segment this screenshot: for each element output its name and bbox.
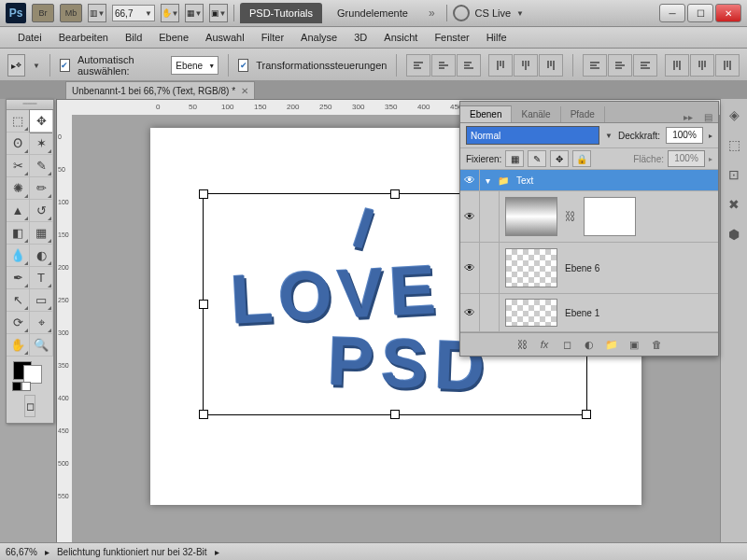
lock-all-button[interactable]: 🔒 [572, 150, 591, 167]
visibility-toggle[interactable]: 👁 [460, 294, 480, 331]
align-right-button[interactable] [539, 54, 563, 77]
dock-styles-icon[interactable]: ⊡ [724, 164, 744, 185]
lock-transparency-button[interactable]: ▦ [505, 150, 524, 167]
menu-ebene[interactable]: Ebene [150, 28, 197, 47]
dock-tools-icon[interactable]: ✖ [724, 194, 744, 215]
cslive-icon[interactable] [453, 5, 470, 21]
marquee-tool[interactable]: ⬚ [7, 110, 30, 133]
layer-thumbnail[interactable] [505, 299, 557, 327]
visibility-toggle[interactable]: 👁 [460, 170, 480, 190]
menu-filter[interactable]: Filter [253, 28, 292, 47]
layer-name[interactable]: Ebene 1 [565, 308, 599, 318]
align-hcenter-button[interactable] [514, 54, 538, 77]
layer-row-smart[interactable]: 👁 ⛓ [460, 191, 718, 243]
status-zoom[interactable]: 66,67% [6, 547, 37, 557]
document-tab-close-icon[interactable]: ✕ [241, 86, 248, 96]
type-tool[interactable]: T [30, 267, 53, 289]
menu-analyse[interactable]: Analyse [292, 28, 345, 47]
new-group-button[interactable]: 📁 [603, 339, 620, 351]
hand-preset-icon[interactable]: ✋▼ [161, 4, 179, 22]
opacity-field[interactable]: 100% [666, 127, 703, 144]
layer-thumbnail[interactable] [505, 197, 557, 236]
align-vcenter-button[interactable] [431, 54, 456, 77]
lock-pixels-button[interactable]: ✎ [528, 150, 546, 167]
dock-layers-icon[interactable]: ◈ [724, 105, 744, 125]
move-tool[interactable]: ✥ [30, 110, 53, 133]
panel-collapse-icon[interactable]: ▸▸ [678, 112, 698, 122]
screen-mode-icon[interactable]: ▥▼ [88, 4, 106, 22]
path-select-tool[interactable]: ↖ [7, 289, 30, 312]
color-swatches[interactable] [7, 361, 53, 393]
move-tool-preset-icon[interactable]: ▸✥ [7, 54, 25, 77]
new-layer-button[interactable]: ▣ [626, 339, 642, 351]
auto-select-checkbox[interactable]: ✔ [60, 59, 70, 72]
window-maximize-button[interactable]: ☐ [687, 4, 713, 22]
distribute-vcenter-button[interactable] [608, 54, 632, 77]
layer-row-ebene6[interactable]: 👁 Ebene 6 [460, 243, 718, 294]
vertical-ruler[interactable]: 0 50 100 150 200 250 300 350 400 450 500… [57, 115, 73, 542]
menu-bild[interactable]: Bild [117, 28, 150, 47]
3d-rotate-tool[interactable]: ⟳ [7, 312, 30, 334]
brush-tool[interactable]: ✏ [30, 177, 53, 200]
fill-field[interactable]: 100% [668, 150, 705, 167]
distribute-bottom-button[interactable] [633, 54, 657, 77]
shape-tool[interactable]: ▭ [30, 289, 53, 312]
add-mask-button[interactable]: ◻ [558, 339, 575, 351]
background-swatch[interactable] [23, 365, 42, 384]
layer-fx-button[interactable]: fx [536, 339, 553, 350]
crop-tool[interactable]: ✂ [7, 155, 30, 177]
transform-controls-checkbox[interactable]: ✔ [238, 59, 248, 72]
dock-adjustments-icon[interactable]: ⬚ [724, 134, 744, 155]
group-name[interactable]: Text [516, 175, 533, 186]
tab-kanaele[interactable]: Kanäle [512, 106, 560, 122]
3d-camera-tool[interactable]: ⌖ [30, 312, 53, 334]
link-icon[interactable]: ⛓ [565, 210, 576, 223]
default-colors-icon[interactable] [12, 382, 31, 391]
tab-pfade[interactable]: Pfade [561, 106, 605, 122]
menu-datei[interactable]: Datei [9, 28, 50, 47]
handle-br[interactable] [582, 410, 591, 419]
layer-mask-thumbnail[interactable] [584, 197, 636, 236]
layer-row-ebene1[interactable]: 👁 Ebene 1 [460, 294, 718, 332]
gradient-tool[interactable]: ▦ [30, 222, 53, 245]
align-top-button[interactable] [406, 54, 430, 77]
dodge-tool[interactable]: ◐ [30, 245, 53, 267]
dock-3d-icon[interactable]: ⬢ [724, 224, 744, 245]
document-tab[interactable]: Unbenannt-1 bei 66,7% (Text, RGB/8) * ✕ [65, 81, 255, 99]
distribute-left-button[interactable] [665, 54, 689, 77]
pen-tool[interactable]: ✒ [7, 267, 30, 289]
adjustment-layer-button[interactable]: ◐ [581, 339, 598, 351]
toolbox-panel[interactable]: ═══ ⬚ ✥ ʘ ✶ ✂ ✎ ✺ ✏ ▲ ↺ ◧ ▦ 💧 ◐ ✒ T ↖ ▭ … [6, 99, 54, 424]
handle-tc[interactable] [390, 189, 400, 199]
visibility-toggle[interactable]: 👁 [460, 191, 480, 242]
stamp-tool[interactable]: ▲ [7, 200, 30, 222]
distribute-hcenter-button[interactable] [690, 54, 714, 77]
align-bottom-button[interactable] [457, 54, 481, 77]
layer-thumbnail[interactable] [505, 248, 557, 287]
handle-bc[interactable] [390, 410, 400, 419]
layers-panel[interactable]: Ebenen Kanäle Pfade ▸▸ ▤ Normal ▼ Deckkr… [459, 101, 719, 357]
minibridge-icon[interactable]: Mb [60, 4, 82, 22]
handle-bl[interactable] [199, 410, 208, 419]
visibility-toggle[interactable]: 👁 [460, 243, 480, 293]
align-left-button[interactable] [488, 54, 513, 77]
handle-tl[interactable] [199, 189, 208, 199]
lock-position-button[interactable]: ✥ [550, 150, 569, 167]
tab-ebenen[interactable]: Ebenen [460, 105, 512, 122]
link-layers-button[interactable]: ⛓ [514, 339, 530, 350]
layer-group-text[interactable]: 👁 ▾ 📁 Text [460, 170, 718, 191]
hand-tool[interactable]: ✋ [7, 334, 30, 357]
panel-menu-icon[interactable]: ▤ [698, 112, 718, 122]
layer-name[interactable]: Ebene 6 [565, 263, 599, 273]
toolbox-grip[interactable]: ═══ [7, 100, 53, 110]
bridge-icon[interactable]: Br [32, 4, 54, 22]
workspace-grundelemente[interactable]: Grundelemente [328, 3, 417, 23]
zoom-tool[interactable]: 🔍 [30, 334, 53, 357]
delete-layer-button[interactable]: 🗑 [648, 339, 665, 350]
eyedropper-tool[interactable]: ✎ [30, 155, 53, 177]
folder-disclosure-icon[interactable]: ▾ [486, 175, 490, 186]
cslive-label[interactable]: CS Live [475, 7, 512, 19]
extras-icon[interactable]: ▣▼ [209, 4, 228, 22]
lasso-tool[interactable]: ʘ [7, 133, 30, 155]
blur-tool[interactable]: 💧 [7, 245, 30, 267]
